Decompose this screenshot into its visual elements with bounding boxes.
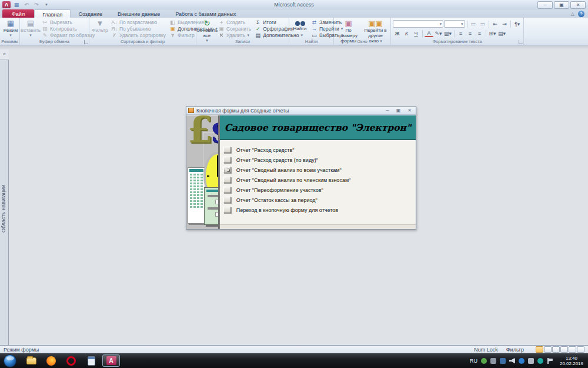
form-close-button[interactable]: ✕ [405,108,414,114]
pound-sign-art: £ [188,115,213,151]
sort-asc-label: По возрастанию [119,19,157,25]
access-app-icon[interactable]: A [2,1,11,8]
align-center-icon[interactable]: ≡ [466,29,475,37]
tab-database-tools[interactable]: Работа с базами данных [168,9,243,18]
dialog-launcher-icon[interactable] [84,40,88,44]
tray-utility-icon[interactable] [490,358,496,364]
report-item-button[interactable] [223,197,231,203]
datasheet-view-button[interactable] [544,346,552,353]
tab-create[interactable]: Создание [71,9,110,18]
bullets-icon[interactable]: ≔ [469,20,478,28]
sort-ascending-button[interactable]: А↓ По возрастанию [110,19,167,26]
decrease-indent-icon[interactable]: ⇤ [491,20,500,28]
report-item[interactable]: Отчет "Расход средств" [223,145,416,155]
bold-button[interactable]: Ж [393,29,402,37]
dialog-launcher-icon[interactable] [519,40,523,44]
report-item-button[interactable] [223,207,231,213]
report-item[interactable]: Отчет "Расход средств (по виду)" [223,155,416,165]
redo-icon[interactable]: ↷ [32,1,41,8]
network-icon[interactable] [528,358,534,364]
save-icon[interactable]: ▦ [12,1,21,8]
replace-icon: ⇄ [311,19,318,25]
gridlines-icon[interactable]: ⊞▾ [488,29,497,37]
highlight-icon[interactable]: ✎▾ [434,29,443,37]
undo-icon[interactable]: ↶ [22,1,31,8]
report-item-label: Переход в кнопочную форму для отчетов [236,207,338,213]
underline-button[interactable]: Ч [412,29,420,37]
report-item-button[interactable] [223,187,231,193]
report-item[interactable]: Отчет "Переоформление участков" [223,185,416,195]
design-view-button[interactable] [577,346,584,353]
increase-indent-icon[interactable]: ⇥ [500,20,509,28]
explorer-taskbar-icon[interactable] [22,354,40,367]
save-record-button[interactable]: ▣ Сохранить [217,26,252,32]
sort-descending-button[interactable]: Я↓ По убыванию [110,26,167,32]
calculator-taskbar-icon[interactable] [82,354,100,367]
navigation-pane-collapsed[interactable]: » Область навигации [0,49,9,345]
qat-customize-icon[interactable]: ▾ [42,1,51,8]
form-view-button[interactable] [536,346,543,353]
action-center-flag-icon[interactable] [547,358,553,364]
new-record-button[interactable]: ＋ Создать [217,19,252,26]
italic-button[interactable]: К [402,29,411,37]
cut-button[interactable]: ✂ Вырезать [41,19,96,26]
view-button[interactable]: ▦ Режим ▾ [2,19,19,39]
minimize-button[interactable]: ─ [537,1,553,9]
tray-display-icon[interactable] [500,358,506,364]
start-button[interactable] [4,354,16,367]
firefox-taskbar-icon[interactable] [42,354,60,367]
nav-pane-expand-icon[interactable]: » [0,49,9,60]
report-item-button[interactable] [223,147,231,153]
bluetooth-icon[interactable] [519,358,524,364]
clear-sort-button[interactable]: ✗ Удалить сортировку [110,32,167,38]
collapse-ribbon-icon[interactable]: △ [571,11,574,16]
align-left-icon[interactable]: ≡ [456,29,465,37]
refresh-all-button[interactable]: ↻ Обновить все ▾ [198,19,216,39]
tab-file[interactable]: Файл [2,9,34,18]
switch-windows-button[interactable]: ▣▣ Перейти в другое окно ▾ [362,19,389,39]
close-button[interactable]: ✕ [570,1,586,9]
tab-home[interactable]: Главная [34,9,71,18]
group-label-sort-filter: Сортировка и фильтр [89,39,196,44]
fill-color-icon[interactable]: ▨▾ [443,29,452,37]
form-minimize-button[interactable]: ─ [383,108,392,114]
delete-record-button[interactable]: ✕ Удалить ▾ [217,32,252,38]
report-item-button[interactable] [223,167,231,173]
status-numlock: Num Lock [474,347,498,353]
size-to-fit-form-button[interactable]: ▣ По размеру формы [336,19,361,39]
font-size-combobox[interactable]: ▾ [444,20,465,28]
layout-view-button[interactable] [569,346,576,353]
pivot-table-view-button[interactable] [552,346,560,353]
tab-external-data[interactable]: Внешние данные [110,9,168,18]
form-maximize-button[interactable]: ▣ [394,108,403,114]
font-color-icon[interactable]: A [425,29,433,37]
copy-button[interactable]: ▥ Копировать [41,26,96,32]
tray-clock[interactable]: 13:40 20.02.2019 [556,356,583,366]
report-item[interactable]: Переход в кнопочную форму для отчетов [223,205,416,215]
paste-button[interactable]: ▤ Вставить ▾ [22,19,39,39]
switchboard-titlebar[interactable]: Кнопочная формы для Сводные отчеты ─ ▣ ✕ [186,107,416,115]
font-name-combobox[interactable]: ▾ [393,20,443,28]
filter-button[interactable]: ▼ Фильтр [91,19,109,39]
language-indicator[interactable]: RU [470,358,477,364]
access-taskbar-icon[interactable]: A [102,354,120,367]
volume-icon[interactable] [509,358,515,364]
opera-taskbar-icon[interactable] [62,354,80,367]
format-painter-button[interactable]: ✎ Формат по образцу [41,32,96,38]
pivot-chart-view-button[interactable] [560,346,568,353]
tray-antivirus-icon[interactable] [481,358,487,364]
restore-button[interactable]: ▣ [554,1,569,9]
report-item[interactable]: Отчет "Остаток кассы за период" [223,195,416,205]
find-button[interactable]: Найти [291,19,309,39]
alternate-row-color-icon[interactable]: ▤▾ [497,29,506,37]
tray-app-icon[interactable] [537,358,543,364]
text-direction-icon[interactable]: ¶▾ [513,20,522,28]
align-right-icon[interactable]: ≡ [475,29,484,37]
report-item-button[interactable] [223,157,231,163]
report-item-button[interactable] [223,177,231,183]
help-icon[interactable]: ? [578,11,584,17]
report-item[interactable]: Отчет "Сводный анализ по всем участкам" [223,165,416,175]
binoculars-icon [295,21,300,26]
numbering-icon[interactable]: ≕ [478,20,487,28]
report-item[interactable]: Отчет "Сводный анализ по членским взноса… [223,175,416,185]
